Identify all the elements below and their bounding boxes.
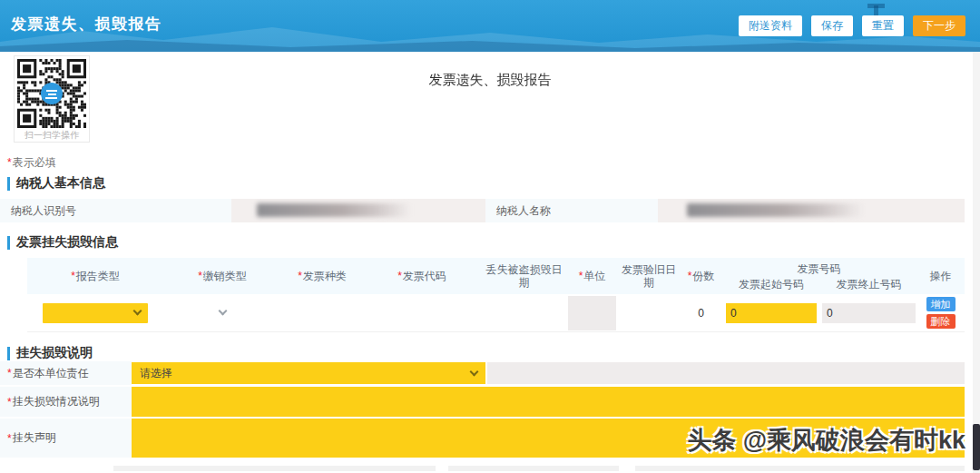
page: 发票遗失、损毁报告 附送资料 保存 重置 下一步 扫一扫学操作 发票遗失、损毁报… bbox=[0, 0, 980, 473]
required-note: *表示必填 bbox=[7, 155, 56, 171]
taxpayer-name-label: 纳税人名称 bbox=[485, 199, 658, 222]
section-title-taxpayer-info: 纳税人基本信息 bbox=[7, 176, 105, 191]
required-asterisk: * bbox=[7, 156, 12, 169]
delete-row-button[interactable]: 删除 bbox=[926, 314, 956, 329]
col-header-actions: 操作 bbox=[916, 258, 965, 294]
col-header-unit: *单位 bbox=[567, 258, 617, 294]
invoice-code-cell bbox=[363, 294, 481, 331]
table-header-row: *报告类型 *缴销类型 *发票种类 *发票代码 丢失被盗损毁日期 *单位 发票验… bbox=[27, 258, 965, 294]
toutiao-watermark: 头条 @乘风破浪会有时kk bbox=[687, 424, 965, 457]
col-header-end-number: 发票终止号码 bbox=[821, 278, 916, 291]
report-type-select[interactable] bbox=[43, 303, 148, 323]
add-row-button[interactable]: 增加 bbox=[926, 297, 956, 311]
blurred-value bbox=[687, 203, 864, 217]
own-unit-responsibility-label: *是否本单位责任 bbox=[0, 361, 132, 385]
loss-description-textarea[interactable] bbox=[132, 387, 965, 417]
col-header-invoice-category: *发票种类 bbox=[281, 258, 363, 294]
group-header-invoice-number: 发票号码 bbox=[798, 262, 841, 275]
page-title-header: 发票遗失、损毁报告 bbox=[11, 14, 162, 34]
next-row-preview bbox=[448, 466, 619, 471]
table-row: 0 0 0 增加 删除 bbox=[27, 294, 965, 332]
verify-date-cell bbox=[617, 294, 681, 331]
chevron-down-icon bbox=[218, 307, 227, 316]
unit-input-disabled bbox=[568, 296, 616, 330]
taxpayer-id-value bbox=[231, 199, 485, 222]
copies-value: 0 bbox=[681, 294, 721, 331]
qr-code bbox=[17, 59, 86, 128]
section-title-loss-statement: 挂失损毁说明 bbox=[7, 346, 93, 360]
col-header-copies: *份数 bbox=[681, 258, 721, 294]
start-number-input[interactable]: 0 bbox=[726, 303, 817, 323]
loss-description-label: *挂失损毁情况说明 bbox=[0, 387, 132, 417]
vertical-scrollbar-thumb[interactable] bbox=[973, 424, 980, 470]
responsibility-extra-field-disabled bbox=[487, 362, 965, 384]
cancel-type-select[interactable] bbox=[177, 303, 268, 323]
section-title-invoice-loss-info: 发票挂失损毁信息 bbox=[7, 235, 118, 250]
save-button[interactable]: 保存 bbox=[811, 15, 853, 36]
required-note-text: 表示必填 bbox=[13, 156, 56, 169]
reset-button[interactable]: 重置 bbox=[862, 15, 904, 36]
col-header-start-number: 发票起始号码 bbox=[721, 278, 821, 291]
loss-date-cell bbox=[481, 294, 567, 331]
qr-caption: 扫一扫学操作 bbox=[17, 128, 86, 142]
next-row-preview bbox=[635, 466, 965, 471]
next-row-preview bbox=[113, 466, 436, 471]
chevron-down-icon bbox=[133, 307, 142, 316]
taxpayer-name-value bbox=[658, 199, 965, 222]
own-unit-responsibility-select[interactable]: 请选择 bbox=[132, 362, 485, 384]
vertical-scrollbar-track[interactable] bbox=[973, 52, 980, 473]
col-header-cancel-type: *缴销类型 bbox=[163, 258, 281, 294]
app-header: 发票遗失、损毁报告 附送资料 保存 重置 下一步 bbox=[0, 0, 980, 52]
attach-materials-button[interactable]: 附送资料 bbox=[739, 15, 802, 36]
taxpayer-id-label: 纳税人识别号 bbox=[0, 199, 231, 222]
blurred-value bbox=[257, 203, 411, 217]
invoice-category-cell bbox=[281, 294, 363, 331]
col-header-invoice-code: *发票代码 bbox=[363, 258, 481, 294]
end-number-input-disabled: 0 bbox=[822, 303, 916, 323]
col-header-verify-date: 发票验旧日期 bbox=[617, 258, 681, 294]
loss-declaration-label: *挂失声明 bbox=[0, 419, 132, 458]
col-header-invoice-number-group: 发票号码 发票起始号码 发票终止号码 bbox=[721, 258, 916, 294]
col-header-loss-date: 丢失被盗损毁日期 bbox=[481, 258, 567, 294]
col-header-report-type: *报告类型 bbox=[27, 258, 163, 294]
document-title: 发票遗失、损毁报告 bbox=[0, 72, 980, 89]
select-placeholder: 请选择 bbox=[140, 366, 471, 381]
invoice-loss-table: *报告类型 *缴销类型 *发票种类 *发票代码 丢失被盗损毁日期 *单位 发票验… bbox=[27, 258, 965, 332]
chevron-down-icon bbox=[470, 367, 479, 376]
next-step-button[interactable]: 下一步 bbox=[913, 15, 965, 36]
qr-panel: 扫一扫学操作 bbox=[14, 55, 90, 143]
header-actions: 附送资料 保存 重置 下一步 bbox=[739, 15, 965, 36]
